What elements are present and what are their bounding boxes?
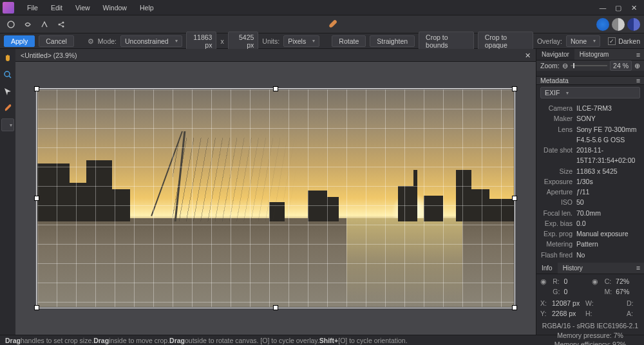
menu-bar: File Edit View Window Help — ▢ ✕ <box>0 0 644 15</box>
tab-info[interactable]: Info <box>536 263 558 274</box>
info-panel: ◉ R:0 ◉ C:72% G:0 M:67% X:12087 px W: D:… <box>536 274 644 345</box>
tab-navigator[interactable]: Navigator <box>536 49 574 60</box>
close-icon[interactable]: ✕ <box>525 51 531 59</box>
brush-tool[interactable] <box>1 102 14 115</box>
units-label: Units: <box>262 37 279 45</box>
meta-key: Flash fired <box>540 250 576 260</box>
develop-persona-icon[interactable] <box>37 17 52 32</box>
meta-value: ƒ/11 <box>576 187 640 197</box>
mode-select[interactable]: Unconstrained <box>120 35 182 47</box>
overlay-label: Overlay: <box>537 37 562 45</box>
export-persona-icon[interactable] <box>54 17 68 32</box>
panel-menu-icon[interactable]: ≡ <box>632 51 644 59</box>
meta-value: Sony FE 70-300mm F4.5-5.6 G OSS <box>576 124 640 145</box>
image-canvas[interactable] <box>37 89 514 307</box>
meta-key: Exp. prog <box>540 228 576 239</box>
height-input[interactable]: 5425 px <box>228 32 259 51</box>
info-format: RGBA/16 - sRGB IEC61966-2.1 <box>540 321 640 331</box>
crop-bounds-button[interactable]: Crop to bounds <box>419 32 474 51</box>
metadata-category-select[interactable]: EXIF <box>540 87 640 98</box>
right-panel: Navigator Histogram ≡ Zoom: ⊖ 24 % ⊕ Met… <box>536 49 644 335</box>
window-close[interactable]: ✕ <box>626 2 641 14</box>
meta-key: ISO <box>540 197 576 207</box>
zoom-tool[interactable] <box>1 68 14 81</box>
document-tab[interactable]: <Untitled> (23.9%) ✕ <box>15 49 536 62</box>
meta-key: Date shot <box>540 145 576 166</box>
meta-key: Focal len. <box>540 208 576 218</box>
tab-history[interactable]: History <box>558 263 588 274</box>
canvas-area: <Untitled> (23.9%) ✕ <box>15 49 536 335</box>
window-maximize[interactable]: ▢ <box>611 2 626 14</box>
photo-persona-icon[interactable] <box>4 17 18 32</box>
mode-label: Mode: <box>98 37 117 45</box>
metadata-title: Metadata <box>540 77 569 84</box>
tool-palette <box>0 49 15 335</box>
liquify-persona-icon[interactable] <box>21 17 35 32</box>
eyedropper-icon: ◉ <box>592 277 600 287</box>
zoom-out-icon[interactable]: ⊖ <box>562 62 568 70</box>
menu-help[interactable]: Help <box>133 2 160 14</box>
overlay-select[interactable]: None <box>566 35 600 47</box>
hand-tool[interactable] <box>1 51 14 64</box>
cancel-button[interactable]: Cancel <box>39 35 74 47</box>
meta-value: No <box>576 250 640 260</box>
meta-key: Exp. bias <box>540 218 576 228</box>
gear-icon[interactable]: ⚙ <box>88 37 94 45</box>
meta-key: Lens <box>540 124 576 145</box>
document-title: <Untitled> (23.9%) <box>21 51 77 59</box>
adjustment-icon-3[interactable] <box>627 18 640 31</box>
width-input[interactable]: 11863 px <box>186 32 217 51</box>
meta-key: Size <box>540 166 576 176</box>
svg-point-0 <box>8 21 14 28</box>
meta-value: Pattern <box>576 239 640 249</box>
units-select[interactable]: Pixels <box>283 35 319 47</box>
meta-key: Metering <box>540 239 576 249</box>
meta-key: Maker <box>540 113 576 124</box>
info-mem-pressure: Memory pressure: 7% <box>540 331 640 340</box>
adjustment-icon-1[interactable] <box>596 18 609 31</box>
app-logo <box>3 2 14 14</box>
meta-key: Exposure <box>540 176 576 187</box>
zoom-label: Zoom: <box>540 62 560 70</box>
apply-button[interactable]: Apply <box>4 35 35 47</box>
svg-point-4 <box>5 71 10 77</box>
zoom-in-icon[interactable]: ⊕ <box>634 62 640 70</box>
move-tool[interactable] <box>1 85 14 98</box>
meta-value: 11863 x 5425 <box>576 166 640 176</box>
meta-key: Camera <box>540 103 576 113</box>
meta-key: Aperture <box>540 187 576 197</box>
brush-color-icon[interactable] <box>325 17 339 32</box>
panel-menu-icon[interactable]: ≡ <box>636 77 640 84</box>
meta-value: 2018-11-15T17:31:54+02:00 <box>576 145 640 166</box>
metadata-list: CameraILCE-7RM3MakerSONYLensSony FE 70-3… <box>536 100 644 263</box>
meta-value: 70.0mm <box>576 208 640 218</box>
viewport[interactable] <box>15 62 536 335</box>
rotate-button[interactable]: Rotate <box>332 35 366 47</box>
x-label: x <box>220 37 223 45</box>
eyedropper-icon: ◉ <box>540 277 549 287</box>
menu-edit[interactable]: Edit <box>44 2 69 14</box>
menu-window[interactable]: Window <box>97 2 133 14</box>
darken-checkbox[interactable]: ✓Darken <box>608 37 640 45</box>
meta-value: 50 <box>576 197 640 207</box>
window-minimize[interactable]: — <box>595 2 611 14</box>
panel-menu-icon[interactable]: ≡ <box>632 264 644 272</box>
persona-toolbar <box>0 15 644 33</box>
menu-file[interactable]: File <box>21 2 44 14</box>
meta-value: ILCE-7RM3 <box>576 103 640 113</box>
crop-options-bar: Apply Cancel ⚙ Mode: Unconstrained 11863… <box>0 33 644 49</box>
tab-histogram[interactable]: Histogram <box>574 49 614 60</box>
meta-value: 0.0 <box>576 218 640 228</box>
meta-value: Manual exposure <box>576 228 640 239</box>
crop-tool[interactable] <box>1 118 14 131</box>
info-mem-eff: Memory efficiency: 92% <box>540 340 640 345</box>
crop-opaque-button[interactable]: Crop to opaque <box>478 32 533 51</box>
meta-value: 1/30s <box>576 176 640 187</box>
svg-line-5 <box>9 76 11 78</box>
zoom-value[interactable]: 24 % <box>610 61 632 71</box>
meta-value: SONY <box>576 113 640 124</box>
straighten-button[interactable]: Straighten <box>370 35 415 47</box>
menu-view[interactable]: View <box>69 2 97 14</box>
zoom-slider[interactable] <box>571 65 607 66</box>
adjustment-icon-2[interactable] <box>612 18 625 31</box>
